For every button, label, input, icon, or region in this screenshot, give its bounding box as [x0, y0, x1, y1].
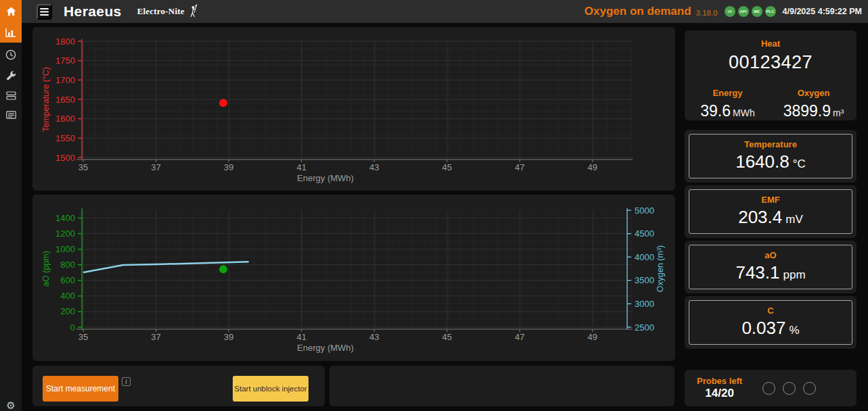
metric-label: aO [689, 250, 852, 260]
svg-text:41: 41 [296, 332, 306, 342]
status-badge-ui: UI [725, 6, 735, 17]
electro-nite-mascot-icon [188, 3, 199, 20]
svg-text:43: 43 [369, 162, 379, 172]
svg-text:3000: 3000 [635, 299, 654, 309]
probe-slot-icon [783, 382, 796, 395]
svg-text:37: 37 [151, 332, 160, 342]
probes-left-card: Probes left 14/20 [685, 370, 856, 406]
info-icon[interactable]: i [122, 377, 131, 386]
metric-value: 0.037 [741, 318, 785, 338]
svg-text:43: 43 [369, 332, 379, 342]
energy-value: 39.6 [700, 102, 731, 120]
heraeus-logo: Heraeus [64, 3, 122, 20]
sidebar-item-list[interactable] [0, 87, 22, 104]
svg-text:45: 45 [442, 162, 452, 172]
bar-chart-icon [5, 28, 16, 38]
metric-unit: % [789, 324, 799, 337]
datetime: 4/9/2025 4:59:22 PM [783, 7, 862, 16]
oxygen-ao-chart-panel: 3537394143454749Energy (MWh)020040060080… [32, 195, 675, 361]
svg-text:4000: 4000 [635, 252, 654, 262]
oxygen-label: Oxygen [771, 80, 856, 98]
oxygen-value: 3899.9 [783, 102, 831, 120]
svg-text:4500: 4500 [635, 228, 654, 239]
metric-label: Temperature [689, 139, 852, 149]
svg-text:Oxygen (m³): Oxygen (m³) [656, 245, 665, 292]
svg-text:Temperature (°C): Temperature (°C) [41, 67, 51, 132]
svg-text:1000: 1000 [55, 244, 75, 254]
metric-value: 203.4 [738, 207, 782, 227]
svg-text:41: 41 [296, 162, 306, 172]
sidebar-item-settings[interactable]: ⚙ [0, 396, 22, 411]
sidebar-item-tools[interactable] [0, 66, 22, 84]
monitor-icon [6, 111, 16, 119]
svg-text:47: 47 [515, 332, 524, 342]
metric-value: 743.1 [735, 262, 779, 283]
gear-icon: ⚙ [6, 400, 15, 410]
energy-unit: MWh [733, 107, 755, 118]
heat-card: Heat 00123427 Energy 39.6MWh Oxygen 3899… [685, 30, 856, 120]
stacked-rows-icon [6, 91, 16, 100]
metric-unit: ppm [783, 268, 806, 281]
svg-text:600: 600 [60, 275, 75, 285]
svg-text:39: 39 [224, 332, 233, 342]
emf-metric-card: EMF 203.4mV [685, 185, 856, 238]
svg-text:1750: 1750 [55, 55, 75, 66]
actions-panel: Start measurement i Start unblock inject… [32, 366, 325, 406]
ao-metric-card: aO 743.1ppm [685, 241, 856, 293]
probes-label: Probes left [697, 376, 742, 386]
hamburger-icon [40, 8, 49, 16]
menu-button[interactable] [37, 4, 52, 20]
probe-slot-icon [803, 382, 816, 395]
sidebar-item-home[interactable] [0, 0, 22, 23]
svg-text:1500: 1500 [55, 153, 75, 163]
auxiliary-panel [329, 366, 675, 406]
svg-text:35: 35 [78, 162, 88, 172]
svg-text:800: 800 [60, 260, 75, 270]
sidebar-item-dashboard[interactable] [0, 23, 22, 43]
metric-label: C [689, 306, 852, 316]
start-measurement-button[interactable]: Start measurement [43, 376, 118, 402]
svg-text:45: 45 [442, 332, 452, 342]
svg-text:400: 400 [60, 291, 75, 301]
oxygen-unit: m³ [833, 107, 844, 118]
svg-text:1200: 1200 [55, 228, 75, 239]
app-version: 3.18.0 [696, 9, 718, 17]
svg-text:1800: 1800 [55, 37, 75, 47]
status-badges: UI API ME PLC [725, 6, 776, 17]
svg-text:39: 39 [224, 162, 233, 172]
home-icon [6, 7, 16, 16]
start-unblock-injector-button[interactable]: Start unblock injector [233, 376, 309, 402]
sidebar-item-display[interactable] [0, 106, 22, 124]
probes-value: 14/20 [697, 387, 742, 400]
temperature-chart-panel: 3537394143454749Energy (MWh)150015501600… [32, 27, 675, 191]
svg-text:2500: 2500 [635, 322, 654, 333]
probe-slot-icon [762, 382, 775, 395]
metric-label: EMF [689, 195, 852, 205]
heat-label: Heat [685, 30, 856, 49]
app-title: Oxygen on demand [585, 5, 691, 18]
svg-text:1700: 1700 [55, 75, 75, 85]
energy-block: Energy 39.6MWh [685, 80, 771, 120]
svg-text:1550: 1550 [55, 133, 75, 143]
svg-text:49: 49 [588, 332, 597, 342]
energy-label: Energy [685, 80, 771, 98]
probe-slots [762, 382, 816, 395]
metric-unit: °C [793, 158, 806, 170]
svg-text:200: 200 [60, 306, 75, 316]
svg-text:37: 37 [151, 162, 160, 172]
status-badge-me: ME [752, 6, 762, 17]
svg-text:Energy (MWh): Energy (MWh) [297, 173, 354, 183]
status-badge-api: API [738, 6, 749, 17]
svg-text:49: 49 [588, 162, 597, 172]
metric-value: 1640.8 [735, 151, 790, 172]
clock-icon [5, 49, 16, 60]
electro-nite-logo: Electro-Nite [137, 6, 185, 17]
sidebar-item-history[interactable] [0, 46, 22, 64]
svg-text:0: 0 [70, 322, 75, 333]
topbar: Heraeus Electro-Nite Oxygen on demand 3.… [0, 0, 868, 23]
svg-text:47: 47 [515, 162, 524, 172]
sidebar: ⚙ [0, 23, 22, 411]
heat-value: 00123427 [685, 52, 856, 73]
status-badge-plc: PLC [765, 6, 776, 17]
svg-text:1400: 1400 [55, 213, 75, 223]
